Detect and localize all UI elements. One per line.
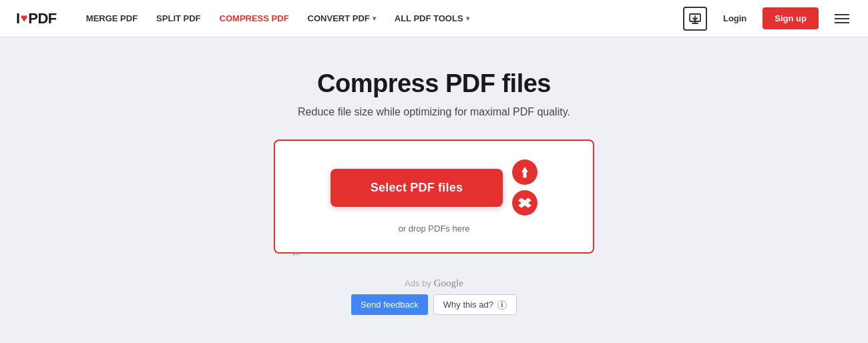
hamburger-line	[835, 14, 849, 15]
menu-hamburger-button[interactable]	[832, 11, 852, 26]
login-button[interactable]: Login	[715, 8, 754, 29]
page-subtitle: Reduce file size while optimizing for ma…	[298, 106, 570, 118]
upload-icons	[512, 159, 537, 216]
logo-prefix: I	[16, 10, 20, 27]
nav-split-pdf[interactable]: SPLIT PDF	[148, 8, 208, 29]
main-content: Compress PDF files Reduce file size whil…	[0, 37, 868, 343]
logo-heart-icon: ♥	[21, 11, 28, 25]
chevron-down-icon: ▾	[466, 15, 469, 22]
nav-convert-pdf[interactable]: CONVERT PDF ▾	[300, 8, 384, 29]
header-right: Login Sign up	[683, 7, 852, 31]
nav-compress-pdf[interactable]: COMPRESS PDF	[212, 8, 297, 29]
ads-section: Ads by Google Send feedback Why this ad?…	[351, 278, 517, 315]
page-title: Compress PDF files	[317, 69, 551, 98]
google-ads-label: Google	[434, 278, 463, 289]
send-feedback-button[interactable]: Send feedback	[351, 294, 428, 315]
content-wrapper: Compress PDF files Reduce file size whil…	[0, 69, 868, 315]
upload-area: Select PDF files	[274, 139, 594, 254]
upload-row: Select PDF files	[331, 159, 537, 216]
header: I ♥ PDF MERGE PDF SPLIT PDF COMPRESS PDF…	[0, 0, 868, 37]
back-arrow-icon[interactable]: ←	[290, 246, 303, 262]
hamburger-line	[835, 22, 849, 23]
select-pdf-files-button[interactable]: Select PDF files	[331, 169, 503, 207]
hamburger-line	[835, 18, 849, 19]
ads-by-label: Ads by Google	[405, 278, 463, 289]
google-drive-upload-icon[interactable]	[512, 159, 537, 185]
why-this-ad-button[interactable]: Why this ad? ℹ	[433, 294, 517, 315]
nav-all-pdf-tools[interactable]: ALL PDF TOOLS ▾	[387, 8, 477, 29]
logo-suffix: PDF	[28, 10, 57, 27]
drop-text: or drop PDFs here	[399, 224, 470, 234]
chevron-down-icon: ▾	[373, 15, 376, 22]
nav-merge-pdf[interactable]: MERGE PDF	[78, 8, 146, 29]
info-icon: ℹ	[497, 300, 507, 310]
monitor-download-icon[interactable]	[683, 7, 707, 31]
ads-buttons: Send feedback Why this ad? ℹ	[351, 294, 517, 315]
signup-button[interactable]: Sign up	[763, 7, 819, 29]
main-nav: MERGE PDF SPLIT PDF COMPRESS PDF CONVERT…	[78, 8, 683, 29]
logo[interactable]: I ♥ PDF	[16, 10, 57, 27]
dropbox-upload-icon[interactable]	[512, 190, 537, 216]
